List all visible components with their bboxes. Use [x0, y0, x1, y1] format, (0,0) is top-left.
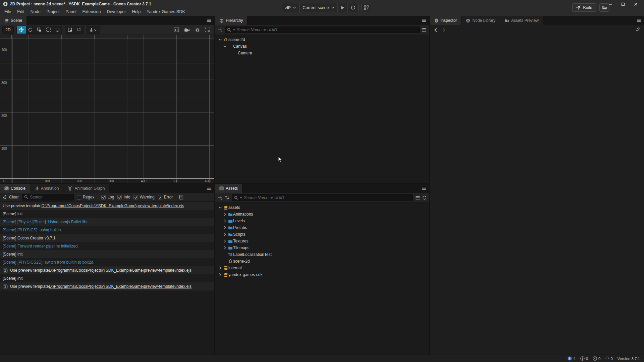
filter-error-checkbox[interactable]: Error [158, 195, 173, 199]
gizmo-settings-button[interactable] [87, 26, 100, 34]
build-button[interactable]: Build [572, 3, 596, 12]
sort-assets-icon[interactable] [225, 195, 229, 200]
chevron-right-icon[interactable] [222, 239, 227, 243]
console-log-row[interactable]: Use preview template D:\Programms\CocosP… [0, 202, 214, 210]
inspector-panel-menu-icon[interactable] [637, 18, 641, 22]
chevron-down-icon[interactable] [218, 206, 223, 210]
asset-item-textures[interactable]: Textures [215, 238, 429, 244]
assets-panel-menu-icon[interactable] [422, 186, 426, 190]
minimize-button[interactable] [605, 1, 615, 7]
menu-file[interactable]: File [1, 8, 14, 15]
play-button[interactable] [338, 3, 347, 12]
scene-grid[interactable]: 400300200100 0100200300400500600 [0, 39, 214, 183]
refresh-assets-icon[interactable] [422, 195, 427, 200]
hierarchy-list-options-icon[interactable] [422, 28, 427, 32]
filter-log-checkbox[interactable]: Log [101, 195, 114, 199]
hierarchy-search-input[interactable] [237, 28, 417, 32]
log-file-link[interactable]: D:\Programms\CocosProjects\YSDK_ExampleG… [49, 284, 192, 289]
menu-node[interactable]: Node [28, 8, 44, 15]
tab-inspector[interactable]: Inspector [430, 16, 462, 25]
tab-scene[interactable]: Scene [0, 16, 27, 25]
rect-tool-button[interactable] [44, 26, 53, 34]
chevron-right-icon[interactable] [222, 226, 227, 230]
menu-panel[interactable]: Panel [63, 8, 79, 15]
status-info-counter[interactable]: 4 [568, 356, 575, 361]
scene-gear-icon[interactable] [195, 28, 200, 33]
status-error-counter[interactable]: 0 [593, 356, 600, 361]
menu-developer[interactable]: Developer [104, 8, 129, 15]
close-button[interactable] [631, 1, 641, 7]
asset-item-assets[interactable]: assets [215, 204, 429, 211]
tab-assets[interactable]: Assets [215, 184, 243, 193]
chevron-right-icon[interactable] [222, 219, 227, 223]
chevron-down-icon[interactable] [222, 44, 227, 48]
asset-item-yandex-games-sdk[interactable]: yandex-games-sdk [215, 271, 429, 278]
scene-camera-icon[interactable] [184, 28, 190, 32]
clear-console-button[interactable]: Clear [3, 195, 19, 199]
hierarchy-item-canvas[interactable]: Canvas [215, 43, 429, 50]
console-log-row[interactable]: [Scene] init [0, 250, 214, 258]
2d-3d-toggle-button[interactable]: 2D [3, 26, 13, 34]
chevron-right-icon[interactable] [222, 232, 227, 236]
create-asset-button[interactable] [218, 195, 222, 200]
tab-animation-graph[interactable]: Animation Graph [63, 184, 109, 193]
reload-button[interactable] [348, 3, 358, 12]
asset-item-labellocalizationtest[interactable]: TSLabelLocalizationTest [215, 251, 429, 258]
status-notification-counter[interactable]: 0 [605, 356, 612, 361]
asset-item-scripts[interactable]: Scripts [215, 231, 429, 238]
console-log-row[interactable]: [Scene] [Physics][Bullet]: Using asmjs B… [0, 218, 214, 226]
pin-inspector-icon[interactable] [636, 27, 640, 32]
asset-item-prefabs[interactable]: Prefabs [215, 224, 429, 231]
filter-warning-checkbox[interactable]: Warning [133, 195, 154, 199]
chevron-right-icon[interactable] [218, 266, 223, 270]
console-log-row[interactable]: [Scene] Forward render pipeline initiali… [0, 242, 214, 250]
history-back-icon[interactable] [434, 28, 437, 32]
status-warning-counter[interactable]: 0 [580, 356, 588, 361]
hierarchy-panel-menu-icon[interactable] [422, 18, 426, 22]
menu-yandex-games-sdk[interactable]: Yandex.Games SDK [144, 8, 188, 15]
console-panel-menu-icon[interactable] [207, 186, 211, 190]
anchor-tool-button[interactable] [53, 26, 62, 34]
asset-item-internal[interactable]: internal [215, 265, 429, 271]
chevron-right-icon[interactable] [222, 246, 227, 250]
scale-tool-button[interactable] [35, 26, 44, 34]
filter-info-checkbox[interactable]: Info [117, 195, 130, 199]
menu-help[interactable]: Help [129, 8, 144, 15]
assets-search-input[interactable] [244, 195, 411, 200]
log-file-link[interactable]: D:\Programms\CocosProjects\YSDK_ExampleG… [49, 268, 192, 273]
tab-node-library[interactable]: Node Library [462, 16, 500, 25]
console-search-input[interactable] [30, 195, 71, 199]
filter-regex-checkbox[interactable]: Regex [77, 195, 95, 199]
asset-item-animations[interactable]: Animations [215, 211, 429, 218]
capture-scene-icon[interactable] [205, 28, 210, 32]
open-log-file-icon[interactable] [179, 195, 183, 199]
maximize-button[interactable] [618, 1, 628, 7]
chevron-down-icon[interactable] [218, 38, 223, 42]
asset-item-scene-2d[interactable]: scene-2d [215, 258, 429, 265]
preview-qr-button[interactable] [361, 3, 371, 12]
scene-panel-menu-icon[interactable] [207, 18, 211, 22]
assets-list-options-icon[interactable] [415, 196, 420, 200]
scene-viewport[interactable]: 400300200100 0100200300400500600 [0, 35, 214, 183]
pivot-snap-button[interactable] [65, 26, 74, 34]
hierarchy-item-scene-2d[interactable]: scene-2d [215, 36, 429, 43]
console-log-row[interactable]: [Scene] [PHYSICS]: using builtin. [0, 226, 214, 234]
hierarchy-item-camera[interactable]: Camera [215, 50, 429, 56]
log-file-link[interactable]: D:\Programms\CocosProjects\YSDK_ExampleG… [41, 203, 184, 208]
tab-console[interactable]: Console [0, 184, 30, 193]
console-log-row[interactable]: [Scene] Cocos Creator v3.7.1 [0, 234, 214, 242]
console-log-row[interactable]: 3Use preview template D:\Programms\Cocos… [0, 282, 214, 290]
console-log-row[interactable]: [Scene] [PHYSICS2D]: switch from builtin… [0, 258, 214, 266]
tab-assets-preview[interactable]: Assets Preview [500, 16, 543, 25]
asset-item-levels[interactable]: Levels [215, 218, 429, 224]
tab-animation[interactable]: Animation [30, 184, 63, 193]
asset-item-tilemaps[interactable]: Tilemaps [215, 244, 429, 251]
tab-hierarchy[interactable]: Hierarchy [215, 16, 248, 25]
history-forward-icon[interactable] [442, 28, 445, 32]
console-log-row[interactable]: [Scene] init [0, 210, 214, 218]
menu-project[interactable]: Project [44, 8, 63, 15]
menu-extension[interactable]: Extension [79, 8, 104, 15]
scene-selector-dropdown[interactable]: Current scene [300, 3, 337, 12]
grid-visibility-icon[interactable] [174, 28, 179, 32]
coordinate-space-button[interactable] [74, 26, 84, 34]
